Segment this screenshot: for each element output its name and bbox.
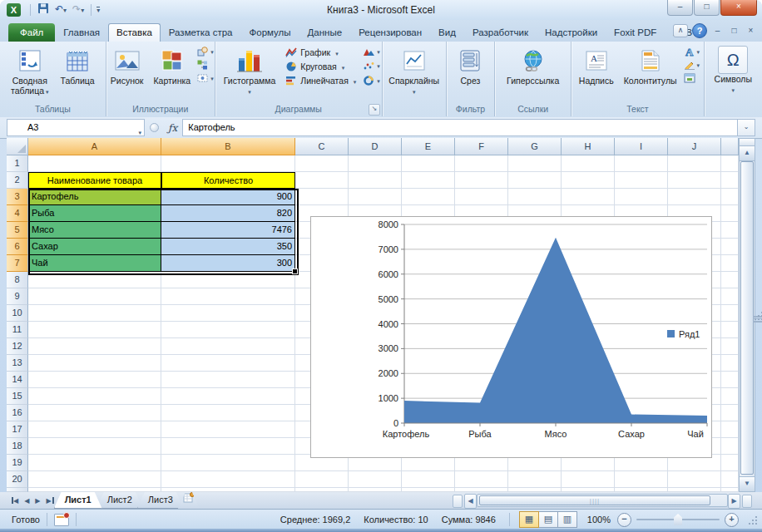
scroll-up-icon[interactable]: ▲ [740, 146, 755, 161]
sheet-tab-Лист1[interactable]: Лист1 [54, 492, 102, 509]
cell-K17[interactable] [721, 421, 739, 438]
horizontal-split-handle[interactable] [742, 495, 752, 508]
row-header-3[interactable]: 3 [7, 189, 28, 205]
customize-qat-icon[interactable]: ▾ [96, 7, 100, 13]
zoom-slider-thumb[interactable] [674, 514, 682, 525]
cell-G2[interactable] [508, 172, 562, 189]
cell-B1[interactable] [161, 155, 295, 172]
tab-Foxit PDF[interactable]: Foxit PDF [606, 24, 665, 42]
scroll-left-icon[interactable]: ◀ [464, 494, 477, 509]
horizontal-scroll-thumb[interactable]: |||| [479, 495, 710, 505]
row-header-20[interactable]: 20 [7, 471, 28, 488]
screenshot-button[interactable]: ▾ [197, 73, 214, 83]
textbox-button[interactable]: A Надпись [576, 44, 617, 87]
cell-C3[interactable] [295, 189, 349, 205]
cell-D3[interactable] [349, 189, 402, 205]
cell-A17[interactable] [28, 421, 161, 438]
cell-A12[interactable] [28, 338, 161, 355]
cell-B5[interactable]: 7476 [161, 222, 295, 239]
next-sheet-icon[interactable]: ▶ [32, 495, 42, 506]
cell-K2[interactable] [721, 172, 739, 189]
row-header-15[interactable]: 15 [7, 388, 28, 405]
cell-K3[interactable] [721, 189, 739, 205]
column-header-I[interactable]: I [615, 138, 668, 155]
cell-D1[interactable] [349, 155, 402, 172]
collapse-ribbon-icon[interactable]: ∧ [673, 24, 688, 37]
row-header-6[interactable]: 6 [7, 239, 28, 255]
cell-B2[interactable]: Количество [161, 172, 295, 189]
cell-B18[interactable] [161, 438, 295, 455]
cell-A16[interactable] [28, 405, 161, 421]
column-header-E[interactable]: E [402, 138, 455, 155]
cell-B17[interactable] [161, 421, 295, 438]
cell-G20[interactable] [508, 471, 562, 488]
cell-G1[interactable] [508, 155, 562, 172]
workbook-close-icon[interactable]: × [745, 25, 757, 37]
cell-A18[interactable] [28, 438, 161, 455]
row-header-4[interactable]: 4 [7, 205, 28, 222]
cell-K16[interactable] [721, 405, 739, 421]
row-header-18[interactable]: 18 [7, 438, 28, 455]
resize-grip[interactable] [747, 515, 757, 525]
cell-B9[interactable] [161, 288, 295, 305]
area-chart-button[interactable]: ▾ [363, 47, 380, 57]
cell-A9[interactable] [28, 288, 161, 305]
row-header-5[interactable]: 5 [7, 222, 28, 239]
cell-K12[interactable] [721, 338, 739, 355]
symbols-button[interactable]: Ω Символы▾ [711, 44, 755, 96]
cell-C2[interactable] [295, 172, 349, 189]
row-header-13[interactable]: 13 [7, 355, 28, 372]
cell-B13[interactable] [161, 355, 295, 372]
pie-chart-button[interactable]: Круговая [283, 61, 359, 72]
column-header-H[interactable]: H [562, 138, 615, 155]
cell-E20[interactable] [402, 471, 455, 488]
vertical-scroll-thumb[interactable] [740, 161, 754, 475]
zoom-slider[interactable] [636, 519, 720, 520]
tab-Надстройки[interactable]: Надстройки [537, 24, 606, 42]
cell-K4[interactable] [721, 205, 739, 222]
prev-sheet-icon[interactable]: ◀ [22, 495, 32, 506]
cell-K1[interactable] [721, 155, 739, 172]
sheet-tab-Лист3[interactable]: Лист3 [137, 492, 184, 509]
cell-A4[interactable]: Рыба [28, 205, 161, 222]
undo-button[interactable]: ↶▾ [53, 2, 68, 17]
row-header-14[interactable]: 14 [7, 372, 28, 388]
cell-F2[interactable] [455, 172, 508, 189]
normal-view-button[interactable]: ▦ [519, 511, 539, 528]
cell-E2[interactable] [402, 172, 455, 189]
save-button[interactable] [36, 2, 51, 17]
formula-input[interactable]: Картофель [182, 119, 737, 136]
workbook-restore-icon[interactable]: □ [728, 25, 740, 37]
page-break-view-button[interactable]: ▥ [557, 511, 577, 528]
tab-Данные[interactable]: Данные [299, 24, 351, 42]
page-layout-view-button[interactable]: ▤ [538, 511, 558, 528]
column-header-C[interactable]: C [295, 138, 349, 155]
object-button[interactable] [684, 73, 700, 83]
cell-A13[interactable] [28, 355, 161, 372]
row-header-16[interactable]: 16 [7, 405, 28, 421]
signature-line-button[interactable]: ▾ [684, 60, 700, 70]
clipart-button[interactable]: Картинка [150, 44, 194, 87]
chart[interactable]: 010002000300040005000600070008000Картофе… [310, 216, 712, 458]
cell-A11[interactable] [28, 322, 161, 338]
cell-B14[interactable] [161, 372, 295, 388]
column-header-B[interactable]: B [161, 138, 295, 155]
minimize-button[interactable]: – [667, 0, 693, 16]
tab-Формулы[interactable]: Формулы [241, 24, 299, 42]
scroll-down-icon[interactable]: ▼ [740, 476, 755, 491]
cell-A3[interactable]: Картофель [28, 189, 161, 205]
row-header-7[interactable]: 7 [7, 255, 28, 272]
expand-formula-bar-icon[interactable]: ⌄ [737, 119, 755, 136]
row-header-19[interactable]: 19 [7, 455, 28, 471]
row-header-17[interactable]: 17 [7, 421, 28, 438]
cell-K14[interactable] [721, 372, 739, 388]
sheet-tab-Лист2[interactable]: Лист2 [96, 492, 143, 509]
cell-H20[interactable] [562, 471, 615, 488]
close-button[interactable]: × [720, 0, 757, 16]
cell-B10[interactable] [161, 305, 295, 322]
cell-D2[interactable] [349, 172, 402, 189]
column-header-D[interactable]: D [349, 138, 402, 155]
cell-K7[interactable] [721, 255, 739, 272]
cell-B4[interactable]: 820 [161, 205, 295, 222]
other-charts-button[interactable]: ▾ [363, 76, 380, 86]
